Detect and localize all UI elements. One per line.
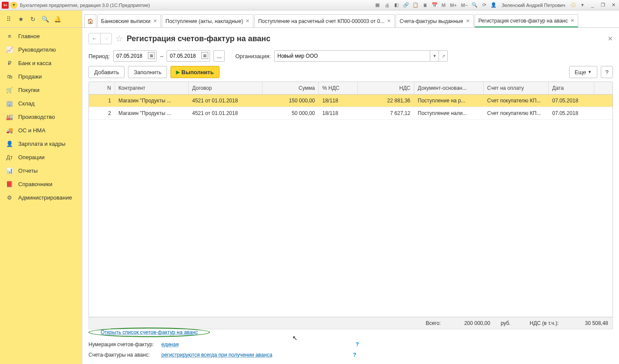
favorite-icon[interactable]: ★ [16, 14, 26, 24]
app-title: Бухгалтерия предприятия, редакция 3.0 (1… [20, 3, 374, 8]
sidebar-item[interactable]: 📊Отчеты [0, 164, 82, 177]
app-logo-icon: 1c [2, 2, 9, 9]
link-icon[interactable]: 🔗 [403, 2, 409, 9]
calculator-icon[interactable]: 🖩 [422, 2, 429, 9]
window-minimize[interactable]: _ [589, 2, 596, 9]
current-user: Зеленский Андрей Петрович [500, 3, 567, 8]
quick-toolbar: ⠿ ★ ↻ 🔍 🔔 [0, 10, 82, 27]
search-icon[interactable]: 🔍 [40, 14, 50, 24]
nav-icon: Дт [6, 154, 13, 161]
nav-icon: ≡ [6, 33, 13, 39]
refresh-icon[interactable]: ⟳ [481, 2, 488, 9]
sidebar-item[interactable]: 🏭Производство [0, 110, 82, 124]
nav-back-button[interactable]: ← [89, 33, 100, 44]
calendar-icon[interactable]: ▦ [148, 52, 155, 59]
zoom-icon[interactable]: 🔍 [471, 2, 478, 9]
period-picker-button[interactable]: ... [213, 50, 225, 62]
cell-basis-doc: Поступление нали... [414, 107, 484, 119]
col-date[interactable]: Дата [549, 82, 594, 94]
print-icon[interactable]: 🖨 [383, 2, 390, 9]
sidebar-item[interactable]: 📕Справочники [0, 177, 82, 191]
sidebar-item[interactable]: ₽Банк и касса [0, 56, 82, 70]
nds-value: 30 508,48 [569, 320, 608, 326]
help-icon[interactable]: ? [356, 341, 359, 348]
nav-label: Операции [18, 154, 45, 161]
advance-link[interactable]: регистрируются всегда при получении аван… [161, 352, 272, 358]
sidebar-item[interactable]: 👤Зарплата и кадры [0, 137, 82, 151]
sidebar-item[interactable]: 📈Руководителю [0, 43, 82, 56]
tab[interactable]: Поступление на расчетный счет КП00-00000… [254, 14, 395, 27]
date-to-field[interactable]: ▦ [167, 50, 210, 62]
cell-contract: 4521 от 01.01.2018 [189, 107, 262, 119]
col-sum[interactable]: Сумма [262, 82, 319, 94]
tab[interactable]: Регистрация счетов-фактур на аванс✕ [475, 14, 579, 27]
chevron-down-icon: ▼ [588, 70, 592, 74]
sidebar-item[interactable]: ≡Главное [0, 30, 82, 43]
info-icon[interactable]: ⓘ [570, 2, 576, 9]
table-row[interactable]: 1Магазин "Продукты ...4521 от 01.01.2018… [89, 95, 612, 107]
tab-close-icon[interactable]: ✕ [153, 18, 157, 24]
sidebar-item[interactable]: 🚚ОС и НМА [0, 124, 82, 137]
nav-label: Склад [18, 100, 35, 107]
window-restore[interactable]: ❐ [599, 2, 607, 9]
nav-icon: 🛒 [6, 87, 13, 93]
cell-vat: 7 627,12 [358, 107, 414, 119]
org-field[interactable]: ▼ ↗ [274, 50, 448, 62]
org-open-icon[interactable]: ↗ [439, 50, 448, 62]
nav-icon: 🏭 [6, 114, 13, 120]
col-counterparty[interactable]: Контрагент [115, 82, 189, 94]
sidebar-item[interactable]: ⚙Администрирование [0, 191, 82, 204]
history-icon[interactable]: ↻ [28, 14, 38, 24]
numbering-link[interactable]: единая [161, 341, 179, 348]
col-vat[interactable]: НДС [358, 82, 414, 94]
calendar-icon[interactable]: 📅 [431, 2, 438, 9]
favorite-star-icon[interactable]: ☆ [115, 33, 123, 44]
help-icon[interactable]: ? [353, 352, 356, 358]
org-dropdown-icon[interactable]: ▼ [430, 50, 439, 62]
info-dropdown-icon[interactable]: ▾ [579, 2, 586, 9]
run-button[interactable]: ▶ Выполнить [170, 66, 219, 78]
table-row[interactable]: 2Магазин "Продукты ...4521 от 01.01.2018… [89, 107, 612, 120]
app-menu-dropdown[interactable]: ▼ [10, 2, 17, 9]
window-close[interactable]: ✕ [609, 2, 617, 9]
tab[interactable]: Банковские выписки✕ [97, 14, 161, 27]
col-contract[interactable]: Договор [189, 82, 262, 94]
clipboard-icon[interactable]: 📋 [412, 2, 419, 9]
open-invoice-list-link[interactable]: Открыть список счетов-фактур на аванс [101, 329, 198, 335]
apps-icon[interactable]: ⠿ [3, 14, 14, 24]
memory-mplus[interactable]: M+ [449, 3, 458, 8]
help-button[interactable]: ? [601, 66, 613, 78]
tab-close-icon[interactable]: ✕ [466, 18, 470, 24]
tab-close-icon[interactable]: ✕ [387, 18, 391, 24]
tab[interactable]: Счета-фактуры выданные✕ [396, 14, 473, 27]
tab-close-icon[interactable]: ✕ [246, 18, 249, 24]
sidebar-item[interactable]: 🏢Склад [0, 97, 82, 110]
org-input[interactable] [274, 50, 430, 62]
col-vat-pct[interactable]: % НДС [319, 82, 358, 94]
tab-close-icon[interactable]: ✕ [570, 18, 574, 23]
memory-m[interactable]: M [441, 3, 446, 8]
more-button[interactable]: Еще ▼ [569, 66, 597, 78]
memory-mminus[interactable]: M− [460, 3, 469, 8]
tab[interactable]: Поступление (акты, накладные)✕ [162, 14, 254, 27]
add-button[interactable]: Добавить [88, 66, 124, 78]
notifications-icon[interactable]: 🔔 [52, 14, 62, 24]
sidebar-item[interactable]: 🛒Покупки [0, 83, 82, 97]
print-preview-icon[interactable]: ▦ [374, 2, 381, 9]
col-invoice[interactable]: Счет на оплату [484, 82, 549, 94]
fill-button[interactable]: Заполнить [128, 66, 167, 78]
calendar-icon[interactable]: ▦ [201, 52, 208, 59]
nav-forward-button[interactable]: → [100, 33, 111, 44]
home-tab[interactable]: 🏠 [84, 14, 96, 27]
sidebar-item[interactable]: 🛍Продажи [0, 70, 82, 83]
cell-date: 07.05.2018 [549, 95, 594, 107]
compare-icon[interactable]: ◧ [393, 2, 400, 9]
date-from-field[interactable]: ▦ [113, 50, 157, 62]
col-basis-doc[interactable]: Документ-основан... [414, 82, 484, 94]
nav-icon: ₽ [6, 60, 13, 66]
sidebar-item[interactable]: ДтОперации [0, 151, 82, 164]
advance-label: Счета-фактуры на аванс: [88, 352, 158, 358]
table-header: N Контрагент Договор Сумма % НДС НДС Док… [89, 82, 612, 95]
col-n[interactable]: N [89, 82, 115, 94]
close-panel-button[interactable]: ✕ [608, 35, 613, 42]
